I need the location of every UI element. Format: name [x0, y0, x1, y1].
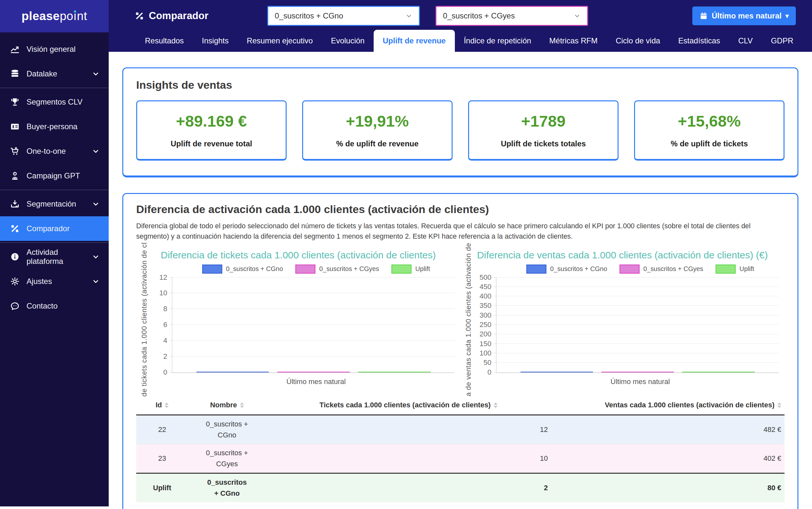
column-header-tickets-cada-1-000-clientes-activacion-de-clientes[interactable]: Tickets cada 1.000 clientes (activación …: [266, 396, 551, 415]
cell-tickets: 2: [266, 473, 551, 502]
percent-icon: [10, 224, 20, 233]
gridline: [173, 325, 454, 325]
sidebar-item-label: Segmentos CLV: [27, 98, 82, 106]
legend-item-0-suscritos-cgyes[interactable]: 0_suscritos + CGyes: [620, 265, 703, 274]
sidebar-item-buyer-persona[interactable]: Buyer-persona: [0, 114, 109, 139]
nombre-line: 0_suscritos: [198, 477, 256, 488]
chevron-down-icon: [90, 147, 101, 155]
y-tick-label: 500: [479, 274, 491, 281]
tab-ciclo-de-vida[interactable]: Ciclo de vida: [606, 30, 669, 52]
y-tick-label: 250: [479, 321, 491, 328]
legend-item-0-suscritos-cgno[interactable]: 0_suscritos + CGno: [202, 265, 283, 274]
tab-gdpr[interactable]: GDPR: [762, 30, 802, 52]
chart-plot-area: 050100150200250300350400450500: [496, 277, 779, 373]
tab-insights[interactable]: Insights: [193, 30, 238, 52]
y-tick-mark: [494, 277, 496, 277]
activation-description: Diferencia global de todo el periodo sel…: [136, 221, 784, 242]
tab-metricas-rfm[interactable]: Métricas RFM: [540, 30, 606, 52]
gridline: [496, 325, 779, 325]
logo-teal-dot: [74, 10, 76, 13]
legend-swatch: [526, 265, 546, 274]
sidebar-item-vision-general[interactable]: Visión general: [0, 37, 109, 62]
chevron-down-icon: [574, 12, 581, 20]
cell-ventas: 80 €: [551, 473, 784, 502]
sidebar-item-one-to-one[interactable]: One-to-one: [0, 139, 109, 164]
column-header-ventas-cada-1-000-clientes-activacion-de-clientes[interactable]: Ventas cada 1.000 clientes (activación d…: [551, 396, 784, 415]
download-icon: [10, 199, 20, 209]
sort-icon[interactable]: [777, 403, 781, 408]
legend-label: 0_suscritos + CGno: [550, 265, 607, 273]
tab-evolucion[interactable]: Evolución: [322, 30, 374, 52]
legend-label: Uplift: [415, 265, 430, 273]
y-tick-label: 2: [163, 353, 167, 360]
legend-item-uplift[interactable]: Uplift: [715, 265, 754, 274]
chevron-down-icon: [90, 200, 101, 208]
gridline: [496, 353, 779, 353]
sidebar-item-label: Buyer-persona: [27, 122, 77, 131]
gridline: [496, 315, 779, 315]
sidebar-item-comparador[interactable]: Comparador: [0, 216, 109, 241]
y-tick-label: 10: [159, 290, 167, 297]
comparison-table: IdNombreTickets cada 1.000 clientes (act…: [136, 396, 784, 503]
chart-legend: 0_suscritos + CGno0_suscritos + CGyesUpl…: [496, 265, 784, 274]
tab-uplift-de-revenue[interactable]: Uplift de revenue: [374, 30, 455, 52]
y-tick-mark: [170, 372, 173, 372]
segment2-select[interactable]: 0_suscritos + CGyes: [436, 6, 588, 26]
tab-indice-de-repeticion[interactable]: Índice de repetición: [455, 30, 540, 52]
tab-clv[interactable]: CLV: [729, 30, 762, 52]
legend-item-0-suscritos-cgyes[interactable]: 0_suscritos + CGyes: [295, 265, 379, 274]
table-body: 220_suscritos +CGno12482 €230_suscritos …: [136, 415, 784, 502]
chart-title: Diferencia de tickets cada 1.000 cliente…: [136, 250, 460, 261]
gridline: [173, 277, 454, 277]
y-tick-label: 8: [163, 305, 167, 312]
y-tick-mark: [170, 293, 173, 293]
sidebar-item-label: Datalake: [27, 69, 57, 78]
chart-x-axis-label: Último mes natural: [496, 377, 784, 386]
column-header-nombre[interactable]: Nombre: [188, 396, 266, 415]
period-button[interactable]: Último mes natural ▾: [692, 6, 796, 25]
nombre-line: + CGno: [198, 488, 256, 499]
tab-resumen-ejecutivo[interactable]: Resumen ejecutivo: [238, 30, 322, 52]
period-button-label: Último mes natural: [712, 11, 782, 21]
legend-item-0-suscritos-cgno[interactable]: 0_suscritos + CGno: [526, 265, 607, 274]
sidebar-item-actividad-plataforma[interactable]: Actividad plataforma: [0, 244, 109, 269]
cell-nombre: 0_suscritos+ CGno: [188, 473, 266, 502]
cell-tickets: 10: [266, 444, 551, 473]
caret-down-icon: ▾: [785, 12, 789, 20]
y-tick-label: 150: [479, 340, 491, 347]
charts-row: Diferencia de tickets cada 1.000 cliente…: [136, 250, 784, 386]
sidebar-item-label: Contacto: [27, 301, 58, 310]
sidebar-item-label: One-to-one: [27, 147, 66, 156]
y-tick-mark: [494, 286, 496, 287]
logo[interactable]: pleasepoınt: [0, 0, 109, 32]
bar-uplift: [682, 372, 755, 372]
sidebar-item-datalake[interactable]: Datalake: [0, 62, 109, 86]
y-tick-label: 450: [479, 283, 491, 291]
sidebar-item-segmentacion[interactable]: Segmentación: [0, 192, 109, 216]
kpi-card-de-uplift-de-tickets: +15,68%% de uplift de tickets: [634, 100, 784, 161]
chart-legend: 0_suscritos + CGno0_suscritos + CGyesUpl…: [172, 265, 460, 274]
gridline: [496, 362, 779, 363]
sidebar-item-contacto[interactable]: Contacto: [0, 294, 109, 318]
segment1-value: 0_suscritos + CGno: [275, 11, 405, 21]
kpi-value: +89.169 €: [176, 112, 247, 130]
chart-plot-wrap: 050100150200250300350400450500: [496, 277, 779, 373]
sidebar-item-campaign-gpt[interactable]: Campaign GPT: [0, 164, 109, 188]
sidebar-item-segmentos-clv[interactable]: Segmentos CLV: [0, 90, 109, 114]
kpi-card-de-uplift-de-revenue: +19,91%% de uplift de revenue: [302, 100, 452, 161]
column-header-id[interactable]: Id: [136, 396, 188, 415]
kpi-label: Uplift de revenue total: [171, 139, 252, 148]
legend-label: 0_suscritos + CGno: [226, 265, 283, 273]
sidebar-item-ajustes[interactable]: Ajustes: [0, 269, 109, 294]
legend-item-uplift[interactable]: Uplift: [392, 265, 430, 274]
y-tick-mark: [494, 296, 496, 296]
tab-estadisticas[interactable]: Estadísticas: [669, 30, 729, 52]
sort-icon[interactable]: [240, 403, 244, 408]
y-tick-label: 350: [479, 302, 491, 309]
chevron-down-icon: [90, 253, 101, 261]
sort-icon[interactable]: [165, 403, 169, 408]
sort-icon[interactable]: [494, 403, 497, 408]
y-tick-mark: [170, 325, 173, 325]
tab-resultados[interactable]: Resultados: [136, 30, 193, 52]
segment1-select[interactable]: 0_suscritos + CGno: [267, 6, 420, 26]
